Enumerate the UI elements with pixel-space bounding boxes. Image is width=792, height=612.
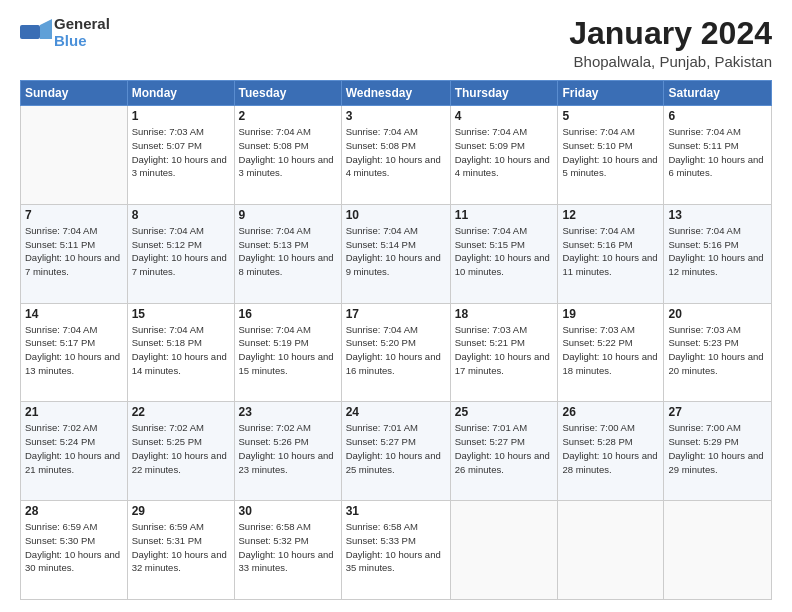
sunset-text: Sunset: 5:19 PM — [239, 337, 309, 348]
sunrise-text: Sunrise: 7:01 AM — [455, 422, 527, 433]
sunset-text: Sunset: 5:16 PM — [562, 239, 632, 250]
calendar-cell: 18 Sunrise: 7:03 AM Sunset: 5:21 PM Dayl… — [450, 303, 558, 402]
daylight-text: Daylight: 10 hours and 33 minutes. — [239, 549, 334, 574]
sunset-text: Sunset: 5:24 PM — [25, 436, 95, 447]
week-row-5: 28 Sunrise: 6:59 AM Sunset: 5:30 PM Dayl… — [21, 501, 772, 600]
day-number: 18 — [455, 307, 554, 321]
day-number: 13 — [668, 208, 767, 222]
calendar-cell: 19 Sunrise: 7:03 AM Sunset: 5:22 PM Dayl… — [558, 303, 664, 402]
daylight-text: Daylight: 10 hours and 18 minutes. — [562, 351, 657, 376]
day-info: Sunrise: 7:04 AM Sunset: 5:13 PM Dayligh… — [239, 224, 337, 279]
day-number: 23 — [239, 405, 337, 419]
day-info: Sunrise: 7:04 AM Sunset: 5:19 PM Dayligh… — [239, 323, 337, 378]
day-info: Sunrise: 7:01 AM Sunset: 5:27 PM Dayligh… — [346, 421, 446, 476]
weekday-saturday: Saturday — [664, 81, 772, 106]
daylight-text: Daylight: 10 hours and 20 minutes. — [668, 351, 763, 376]
day-number: 8 — [132, 208, 230, 222]
weekday-monday: Monday — [127, 81, 234, 106]
day-number: 4 — [455, 109, 554, 123]
sunset-text: Sunset: 5:08 PM — [346, 140, 416, 151]
calendar-cell — [450, 501, 558, 600]
day-number: 9 — [239, 208, 337, 222]
logo-general: General — [54, 15, 110, 32]
sunset-text: Sunset: 5:21 PM — [455, 337, 525, 348]
sunrise-text: Sunrise: 7:03 AM — [132, 126, 204, 137]
calendar-cell: 15 Sunrise: 7:04 AM Sunset: 5:18 PM Dayl… — [127, 303, 234, 402]
calendar-table: SundayMondayTuesdayWednesdayThursdayFrid… — [20, 80, 772, 600]
day-number: 20 — [668, 307, 767, 321]
daylight-text: Daylight: 10 hours and 7 minutes. — [132, 252, 227, 277]
sunset-text: Sunset: 5:27 PM — [455, 436, 525, 447]
daylight-text: Daylight: 10 hours and 14 minutes. — [132, 351, 227, 376]
header: General Blue January 2024 Bhopalwala, Pu… — [20, 16, 772, 70]
calendar-cell — [558, 501, 664, 600]
sunrise-text: Sunrise: 7:04 AM — [562, 126, 634, 137]
day-info: Sunrise: 6:58 AM Sunset: 5:32 PM Dayligh… — [239, 520, 337, 575]
day-info: Sunrise: 7:00 AM Sunset: 5:28 PM Dayligh… — [562, 421, 659, 476]
daylight-text: Daylight: 10 hours and 3 minutes. — [132, 154, 227, 179]
daylight-text: Daylight: 10 hours and 29 minutes. — [668, 450, 763, 475]
day-info: Sunrise: 7:03 AM Sunset: 5:23 PM Dayligh… — [668, 323, 767, 378]
sunset-text: Sunset: 5:08 PM — [239, 140, 309, 151]
weekday-thursday: Thursday — [450, 81, 558, 106]
svg-rect-0 — [20, 25, 40, 39]
sunrise-text: Sunrise: 7:02 AM — [239, 422, 311, 433]
sunset-text: Sunset: 5:26 PM — [239, 436, 309, 447]
day-number: 5 — [562, 109, 659, 123]
day-info: Sunrise: 7:04 AM Sunset: 5:18 PM Dayligh… — [132, 323, 230, 378]
sunset-text: Sunset: 5:12 PM — [132, 239, 202, 250]
day-number: 6 — [668, 109, 767, 123]
sunset-text: Sunset: 5:17 PM — [25, 337, 95, 348]
sunrise-text: Sunrise: 7:04 AM — [132, 324, 204, 335]
daylight-text: Daylight: 10 hours and 4 minutes. — [455, 154, 550, 179]
calendar-cell: 5 Sunrise: 7:04 AM Sunset: 5:10 PM Dayli… — [558, 106, 664, 205]
calendar-cell: 14 Sunrise: 7:04 AM Sunset: 5:17 PM Dayl… — [21, 303, 128, 402]
day-number: 31 — [346, 504, 446, 518]
sunset-text: Sunset: 5:11 PM — [25, 239, 95, 250]
sunset-text: Sunset: 5:29 PM — [668, 436, 738, 447]
sunrise-text: Sunrise: 7:04 AM — [346, 324, 418, 335]
sunset-text: Sunset: 5:22 PM — [562, 337, 632, 348]
calendar-cell: 23 Sunrise: 7:02 AM Sunset: 5:26 PM Dayl… — [234, 402, 341, 501]
day-info: Sunrise: 7:03 AM Sunset: 5:21 PM Dayligh… — [455, 323, 554, 378]
sunrise-text: Sunrise: 7:02 AM — [132, 422, 204, 433]
weekday-wednesday: Wednesday — [341, 81, 450, 106]
day-number: 17 — [346, 307, 446, 321]
sunrise-text: Sunrise: 7:03 AM — [668, 324, 740, 335]
calendar-cell: 29 Sunrise: 6:59 AM Sunset: 5:31 PM Dayl… — [127, 501, 234, 600]
sunrise-text: Sunrise: 7:04 AM — [346, 126, 418, 137]
daylight-text: Daylight: 10 hours and 25 minutes. — [346, 450, 441, 475]
sunrise-text: Sunrise: 7:04 AM — [455, 225, 527, 236]
logo-icon — [20, 17, 52, 49]
week-row-3: 14 Sunrise: 7:04 AM Sunset: 5:17 PM Dayl… — [21, 303, 772, 402]
sunset-text: Sunset: 5:27 PM — [346, 436, 416, 447]
daylight-text: Daylight: 10 hours and 9 minutes. — [346, 252, 441, 277]
day-info: Sunrise: 7:03 AM Sunset: 5:07 PM Dayligh… — [132, 125, 230, 180]
calendar-cell — [664, 501, 772, 600]
sunset-text: Sunset: 5:25 PM — [132, 436, 202, 447]
calendar-cell: 27 Sunrise: 7:00 AM Sunset: 5:29 PM Dayl… — [664, 402, 772, 501]
daylight-text: Daylight: 10 hours and 30 minutes. — [25, 549, 120, 574]
day-info: Sunrise: 6:59 AM Sunset: 5:31 PM Dayligh… — [132, 520, 230, 575]
calendar-cell: 8 Sunrise: 7:04 AM Sunset: 5:12 PM Dayli… — [127, 204, 234, 303]
sunset-text: Sunset: 5:11 PM — [668, 140, 738, 151]
day-number: 29 — [132, 504, 230, 518]
calendar-cell: 21 Sunrise: 7:02 AM Sunset: 5:24 PM Dayl… — [21, 402, 128, 501]
day-number: 28 — [25, 504, 123, 518]
calendar-cell: 20 Sunrise: 7:03 AM Sunset: 5:23 PM Dayl… — [664, 303, 772, 402]
sunrise-text: Sunrise: 7:04 AM — [668, 126, 740, 137]
day-number: 11 — [455, 208, 554, 222]
day-number: 27 — [668, 405, 767, 419]
day-info: Sunrise: 7:04 AM Sunset: 5:08 PM Dayligh… — [239, 125, 337, 180]
sunset-text: Sunset: 5:30 PM — [25, 535, 95, 546]
daylight-text: Daylight: 10 hours and 12 minutes. — [668, 252, 763, 277]
sunrise-text: Sunrise: 7:04 AM — [25, 225, 97, 236]
day-info: Sunrise: 7:02 AM Sunset: 5:26 PM Dayligh… — [239, 421, 337, 476]
weekday-header-row: SundayMondayTuesdayWednesdayThursdayFrid… — [21, 81, 772, 106]
calendar-cell: 9 Sunrise: 7:04 AM Sunset: 5:13 PM Dayli… — [234, 204, 341, 303]
daylight-text: Daylight: 10 hours and 26 minutes. — [455, 450, 550, 475]
sunrise-text: Sunrise: 6:59 AM — [132, 521, 204, 532]
daylight-text: Daylight: 10 hours and 6 minutes. — [668, 154, 763, 179]
sunrise-text: Sunrise: 7:01 AM — [346, 422, 418, 433]
daylight-text: Daylight: 10 hours and 3 minutes. — [239, 154, 334, 179]
